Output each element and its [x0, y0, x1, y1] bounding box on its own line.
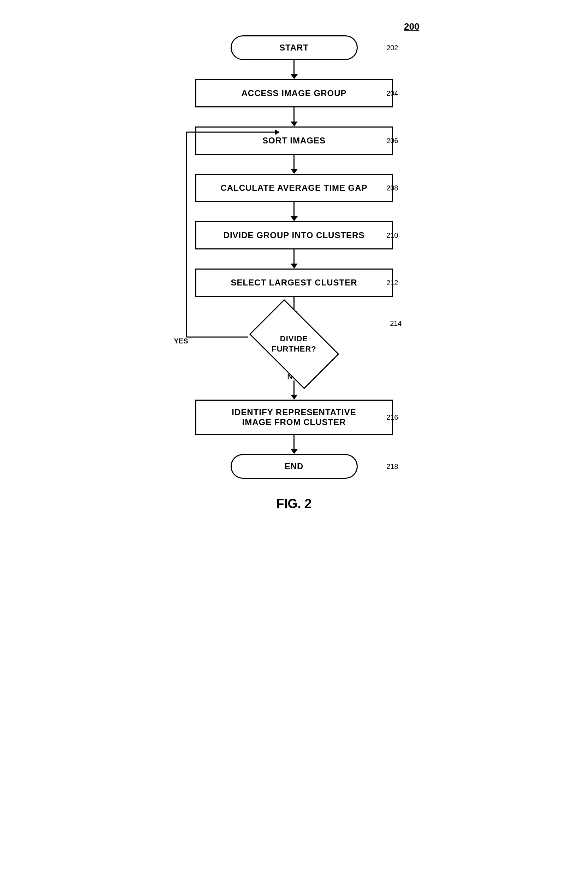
- sort-node-wrapper: SORT IMAGES 206: [169, 126, 420, 155]
- access-ref: 204: [386, 89, 398, 98]
- arrow-8: [291, 435, 298, 454]
- diamond-wrapper: DIVIDE FURTHER?: [248, 316, 340, 372]
- decision-node-wrapper: DIVIDE FURTHER? 214: [169, 316, 420, 372]
- arrow-line-8: [294, 435, 294, 449]
- fig-caption: FIG. 2: [276, 496, 312, 511]
- arrow-head-5: [291, 263, 298, 269]
- identify-node-wrapper: IDENTIFY REPRESENTATIVE IMAGE FROM CLUST…: [169, 400, 420, 435]
- identify-node: IDENTIFY REPRESENTATIVE IMAGE FROM CLUST…: [195, 400, 393, 435]
- divide-node-wrapper: DIVIDE GROUP INTO CLUSTERS 210: [169, 221, 420, 250]
- flowchart: START 202 ACCESS IMAGE GROUP 204 SORT IM…: [169, 21, 420, 511]
- arrow-head-8: [291, 449, 298, 454]
- divide-node: DIVIDE GROUP INTO CLUSTERS: [195, 221, 393, 250]
- arrow-2: [291, 107, 298, 126]
- arrow-head-3: [291, 169, 298, 174]
- select-node: SELECT LARGEST CLUSTER: [195, 269, 393, 297]
- arrow-line-1: [294, 60, 294, 74]
- calc-node: CALCULATE AVERAGE TIME GAP: [195, 174, 393, 202]
- arrow-4: [291, 202, 298, 221]
- arrow-1: [291, 60, 298, 79]
- start-node: START: [231, 35, 358, 60]
- arrow-line-2: [294, 107, 294, 122]
- start-ref: 202: [386, 44, 398, 52]
- calc-ref: 208: [386, 184, 398, 192]
- sort-ref: 206: [386, 137, 398, 145]
- arrow-line-5: [294, 250, 294, 263]
- decision-section: DIVIDE FURTHER? 214 YES: [169, 316, 420, 372]
- loop-container: CALCULATE AVERAGE TIME GAP 208 DIVIDE GR…: [169, 155, 420, 400]
- decision-ref: 214: [390, 319, 402, 328]
- arrow-line-7: [294, 380, 294, 395]
- decision-line1: DIVIDE: [280, 334, 308, 343]
- identify-ref: 216: [386, 413, 398, 421]
- calc-node-wrapper: CALCULATE AVERAGE TIME GAP 208: [169, 174, 420, 202]
- arrow-line-4: [294, 202, 294, 216]
- end-node-wrapper: END 218: [169, 454, 420, 479]
- divide-ref: 210: [386, 232, 398, 239]
- decision-line2: FURTHER?: [272, 344, 316, 353]
- arrow-5: [291, 250, 298, 269]
- arrow-line-3: [294, 155, 294, 169]
- select-node-wrapper: SELECT LARGEST CLUSTER 212: [169, 269, 420, 297]
- end-ref: 218: [386, 463, 398, 471]
- yes-label: YES: [174, 337, 188, 345]
- sort-node: SORT IMAGES: [195, 126, 393, 155]
- select-ref: 212: [386, 279, 398, 287]
- decision-text: DIVIDE FURTHER?: [272, 334, 316, 354]
- arrow-head-4: [291, 216, 298, 221]
- arrow-3: [291, 155, 298, 174]
- arrow-7: [291, 380, 298, 400]
- arrow-head-7: [291, 395, 298, 400]
- arrow-head-2: [291, 122, 298, 126]
- end-node: END: [231, 454, 358, 479]
- access-node-wrapper: ACCESS IMAGE GROUP 204: [169, 79, 420, 107]
- arrow-head-1: [291, 74, 298, 79]
- page: 200 START 202 ACCESS IMAGE GROUP 204: [148, 7, 441, 532]
- start-node-wrapper: START 202: [169, 35, 420, 60]
- access-node: ACCESS IMAGE GROUP: [195, 79, 393, 107]
